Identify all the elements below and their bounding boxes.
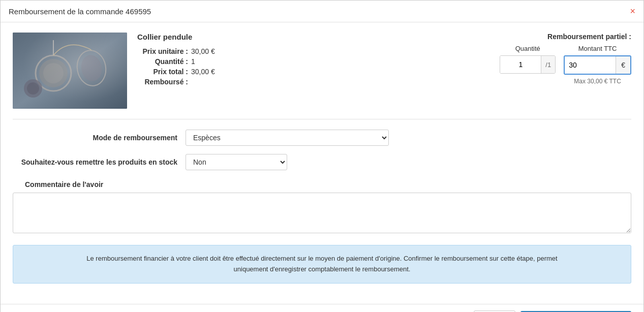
quantity-input[interactable] [500,56,541,73]
quantity-row: Quantité : 1 [137,57,379,66]
product-name: Collier pendule [137,33,379,41]
total-price-value: 30,00 € [191,68,215,76]
modal-header: Remboursement de la commande 469595 × [1,1,643,22]
refunded-label: Remboursé : [137,78,188,86]
comment-textarea[interactable] [13,193,631,233]
svg-point-1 [36,55,71,91]
currency-label: € [616,56,630,74]
cancel-button[interactable]: Annuler [474,310,515,312]
info-line2: uniquement d'enregistrer comptablement l… [234,265,411,273]
amount-col-label: Montant TTC [578,45,617,52]
unit-price-value: 30,00 € [191,47,215,55]
mode-select[interactable]: Espèces Virement Chèque Bon de réduction [186,130,389,146]
quantity-label: Quantité : [137,57,188,66]
stock-select[interactable]: Non Oui [186,154,287,170]
product-info: Collier pendule Prix unitaire : 30,00 € … [137,33,379,86]
comment-label: Commentaire de l'avoir [13,180,631,189]
partial-refund-title: Remboursement partiel : [547,33,631,41]
total-price-row: Prix total : 30,00 € [137,68,379,76]
qty-max-label: /1 [541,56,555,73]
svg-point-6 [79,53,104,83]
amount-input[interactable] [565,56,616,74]
mode-label: Mode de remboursement [13,134,186,142]
unit-price-row: Prix unitaire : 30,00 € [137,47,379,55]
svg-point-5 [74,48,108,88]
modal-footer: Annuler Confirmer le remboursement [1,304,643,312]
amount-input-group: € [564,55,631,75]
modal-body: Collier pendule Prix unitaire : 30,00 € … [1,22,643,304]
refund-modal: Remboursement de la commande 469595 × [0,0,644,312]
partial-refund-section: Remboursement partiel : Quantité /1 Mont… [389,33,631,85]
stock-label: Souhaitez-vous remettre les produits en … [13,158,186,166]
quantity-col: Quantité /1 [500,45,556,74]
svg-point-3 [43,63,64,83]
svg-point-2 [39,59,68,87]
info-box: Le remboursement financier à votre clien… [13,245,631,284]
svg-point-8 [27,82,39,95]
total-price-label: Prix total : [137,68,188,76]
partial-refund-cols: Quantité /1 Montant TTC € Max 30,00 € TT… [500,45,631,85]
product-details: Prix unitaire : 30,00 € Quantité : 1 Pri… [137,47,379,86]
comment-section: Commentaire de l'avoir [13,180,631,235]
unit-price-label: Prix unitaire : [137,47,188,55]
form-section: Mode de remboursement Espèces Virement C… [13,130,631,170]
product-image [13,33,127,109]
amount-col: Montant TTC € Max 30,00 € TTC [564,45,631,85]
svg-rect-0 [13,33,127,109]
modal-title: Remboursement de la commande 469595 [9,7,151,16]
max-amount-label: Max 30,00 € TTC [574,78,621,85]
quantity-value: 1 [191,57,195,66]
info-line1: Le remboursement financier à votre clien… [86,255,557,262]
svg-point-7 [24,79,42,98]
refunded-row: Remboursé : [137,78,379,86]
stock-row: Souhaitez-vous remettre les produits en … [13,154,631,170]
quantity-col-label: Quantité [515,45,540,52]
product-section: Collier pendule Prix unitaire : 30,00 € … [13,33,631,119]
close-button[interactable]: × [630,7,635,16]
quantity-input-group: /1 [500,55,556,74]
mode-row: Mode de remboursement Espèces Virement C… [13,130,631,146]
